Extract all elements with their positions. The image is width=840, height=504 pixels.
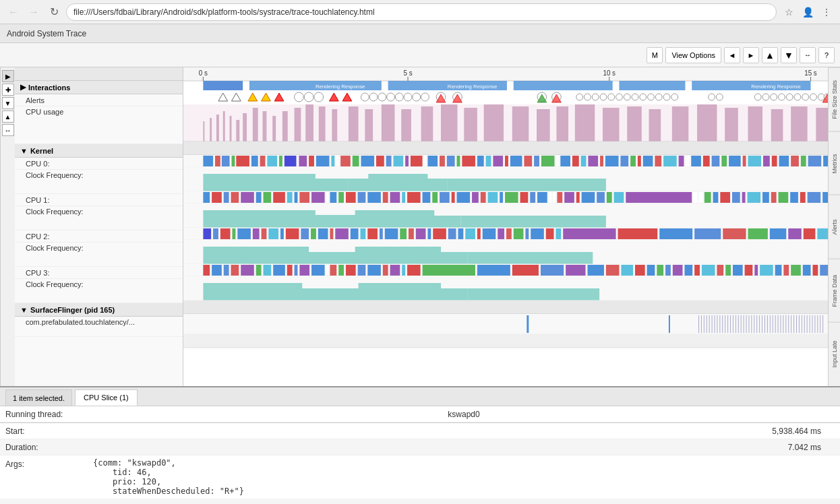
track-label-cpu1-freq: Clock Frequency:: [26, 208, 84, 216]
nav-left-button[interactable]: ◄: [724, 47, 740, 63]
track-row-cpu2-freq[interactable]: Clock Frequency:: [15, 243, 183, 267]
svg-point-67: [810, 94, 817, 100]
sidebar-item-metrics[interactable]: Metrics: [829, 131, 840, 195]
svg-rect-290: [618, 228, 658, 239]
track-header-kernel[interactable]: ▼ Kernel: [15, 144, 183, 158]
svg-rect-338: [665, 265, 671, 276]
svg-rect-261: [286, 228, 299, 239]
track-header-surfaceflinger[interactable]: ▼ SurfaceFlinger (pid 165): [15, 303, 183, 317]
duration-value: 7.042 ms: [93, 443, 835, 452]
svg-rect-234: [713, 192, 719, 203]
move-tool[interactable]: ✚: [2, 84, 14, 96]
svg-rect-210: [440, 192, 450, 203]
svg-rect-143: [486, 156, 491, 166]
svg-rect-152: [572, 156, 579, 166]
svg-rect-79: [253, 108, 258, 141]
reload-button[interactable]: ↻: [46, 4, 62, 20]
track-row-cpu2[interactable]: CPU 2:: [15, 230, 183, 243]
track-row-cpu0-freq[interactable]: Clock Frequency:: [15, 170, 183, 194]
svg-rect-87: [349, 106, 359, 141]
sidebar-item-file-size-stats[interactable]: File Size Stats: [829, 67, 840, 131]
svg-rect-382: [744, 315, 744, 333]
track-row-cpu3[interactable]: CPU 3:: [15, 267, 183, 279]
menu-button[interactable]: ⋮: [818, 4, 835, 20]
track-row-alerts[interactable]: Alerts: [15, 94, 183, 106]
profile-button[interactable]: 👤: [800, 4, 816, 20]
svg-point-47: [592, 94, 599, 100]
zoom-out-button[interactable]: ▼: [781, 47, 797, 63]
svg-rect-16: [619, 81, 685, 90]
svg-rect-369: [709, 315, 710, 333]
select-tool[interactable]: ▶: [2, 70, 14, 82]
bookmark-button[interactable]: ☆: [781, 4, 797, 20]
help-button[interactable]: ?: [818, 47, 835, 63]
track-row-cpu1-freq[interactable]: Clock Frequency:: [15, 206, 183, 230]
m-button[interactable]: M: [647, 47, 663, 63]
svg-rect-216: [500, 192, 503, 203]
track-row-cpu3-freq[interactable]: Clock Frequency:: [15, 279, 183, 303]
svg-rect-166: [703, 156, 710, 166]
svg-rect-344: [725, 265, 731, 276]
svg-rect-383: [746, 315, 747, 333]
svg-point-56: [663, 94, 670, 100]
svg-rect-80: [263, 111, 267, 141]
zoom-width-tool[interactable]: ↔: [2, 124, 14, 136]
track-header-interactions[interactable]: ▶ Interactions: [15, 81, 183, 94]
svg-point-51: [624, 94, 630, 100]
svg-rect-282: [498, 228, 504, 239]
running-thread-row: Running thread: kswapd0: [0, 406, 840, 423]
zoom-in-button[interactable]: ▲: [762, 47, 778, 63]
address-bar[interactable]: [66, 3, 777, 21]
cpu-slice-tab[interactable]: CPU Slice (1): [75, 389, 138, 406]
running-thread-value: kswapd0: [93, 410, 835, 419]
svg-rect-252: [203, 228, 211, 239]
svg-rect-88: [365, 109, 373, 141]
view-options-button[interactable]: View Options: [665, 47, 721, 63]
svg-rect-149: [541, 156, 555, 166]
svg-rect-287: [546, 228, 554, 239]
sidebar-item-input-late[interactable]: Input Late: [829, 322, 840, 386]
nav-right-button[interactable]: ►: [743, 47, 759, 63]
svg-rect-412: [822, 315, 823, 333]
svg-rect-129: [353, 156, 359, 166]
zoom-down-tool[interactable]: ▼: [2, 97, 14, 109]
svg-text:Rendering Response: Rendering Response: [448, 84, 498, 90]
svg-point-52: [632, 94, 638, 100]
svg-rect-147: [524, 156, 532, 166]
running-thread-label: Running thread:: [5, 410, 93, 419]
sidebar-item-alerts[interactable]: Alerts: [829, 195, 840, 259]
svg-rect-362: [183, 314, 828, 334]
track-row-com-pref[interactable]: com.prefabulated.touchlatency/...: [15, 317, 183, 337]
svg-text:5 s: 5 s: [404, 69, 413, 77]
svg-rect-308: [231, 265, 239, 276]
svg-rect-211: [452, 192, 455, 203]
svg-rect-387: [756, 315, 757, 333]
duration-label: Duration:: [5, 443, 93, 452]
svg-rect-286: [531, 228, 544, 239]
svg-rect-144: [493, 156, 503, 166]
svg-rect-327: [423, 265, 475, 276]
back-button[interactable]: ←: [5, 4, 22, 20]
zoom-up-tool[interactable]: ▲: [2, 111, 14, 123]
svg-rect-267: [351, 228, 359, 239]
svg-rect-101: [649, 109, 661, 141]
svg-rect-113: [203, 156, 213, 166]
svg-rect-392: [770, 315, 771, 333]
svg-point-36: [421, 93, 429, 101]
svg-rect-305: [203, 265, 210, 276]
svg-rect-324: [390, 265, 400, 276]
svg-rect-150: [556, 156, 558, 166]
svg-point-48: [600, 94, 607, 100]
svg-rect-325: [402, 265, 405, 276]
sidebar-item-frame-data[interactable]: Frame Data: [829, 259, 840, 323]
track-row-cpu1[interactable]: CPU 1:: [15, 194, 183, 206]
svg-point-65: [794, 94, 801, 100]
track-row-cpu-usage[interactable]: CPU usage: [15, 106, 183, 144]
track-row-cpu0[interactable]: CPU 0:: [15, 158, 183, 170]
forward-button[interactable]: →: [26, 4, 42, 20]
fit-button[interactable]: ↔: [800, 47, 816, 63]
svg-rect-145: [505, 156, 508, 166]
track-label-kernel: Kernel: [30, 147, 53, 155]
svg-rect-219: [530, 192, 535, 203]
args-row: Args: {comm: "kswapd0", tid: 46, prio: 1…: [0, 455, 840, 499]
